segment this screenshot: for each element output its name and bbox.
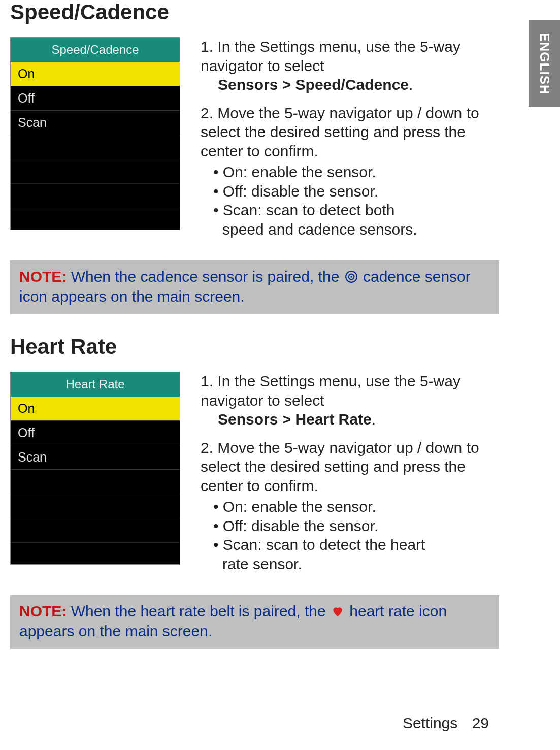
section-speed-cadence: Speed/Cadence On Off Scan 1. In the Sett…: [10, 37, 499, 248]
instructions-speed-cadence: 1. In the Settings menu, use the 5-way n…: [201, 37, 499, 248]
footer-section: Settings: [403, 714, 457, 731]
step-2-text: Move the 5-way navigator up / down to se…: [201, 439, 479, 494]
note-speed-cadence: NOTE: When the cadence sensor is paired,…: [10, 260, 499, 314]
footer-page-number: 29: [472, 714, 489, 731]
menu-item-empty: [11, 494, 180, 518]
section-heart-rate: Heart Rate On Off Scan 1. In the Setting…: [10, 372, 499, 582]
step-1-text: In the Settings menu, use the 5-way navi…: [201, 38, 460, 74]
language-tab-label: ENGLISH: [537, 32, 552, 95]
bullet-scan: Scan: scan to detect the heart rate sens…: [213, 535, 499, 573]
screenshot-heart-rate: Heart Rate On Off Scan: [10, 372, 180, 565]
step-2: 2. Move the 5-way navigator up / down to…: [201, 104, 499, 239]
screenshot-titlebar: Speed/Cadence: [11, 38, 180, 62]
page-footer: Settings 29: [403, 714, 489, 732]
note-label: NOTE:: [19, 603, 67, 619]
menu-item-scan[interactable]: Scan: [11, 445, 180, 470]
step-1-bold: Sensors > Speed/Cadence: [218, 76, 409, 93]
section-heading-heart-rate: Heart Rate: [10, 335, 499, 359]
step-1: 1. In the Settings menu, use the 5-way n…: [201, 37, 499, 94]
step-1-suffix: .: [372, 411, 376, 428]
menu-item-empty: [11, 159, 180, 184]
menu-item-on[interactable]: On: [11, 62, 180, 86]
language-tab: ENGLISH: [529, 20, 560, 107]
screenshot-speed-cadence: Speed/Cadence On Off Scan: [10, 37, 180, 230]
svg-point-2: [350, 276, 352, 277]
menu-item-off[interactable]: Off: [11, 421, 180, 445]
bullet-off: Off: disable the sensor.: [213, 516, 499, 536]
note-text-before: When the cadence sensor is paired, the: [67, 268, 343, 285]
step-1-text: In the Settings menu, use the 5-way navi…: [201, 373, 460, 409]
bullet-scan: Scan: scan to detect both speed and cade…: [213, 201, 499, 239]
step-1: 1. In the Settings menu, use the 5-way n…: [201, 372, 499, 429]
menu-item-on[interactable]: On: [11, 397, 180, 421]
page-content: Speed/Cadence Speed/Cadence On Off Scan …: [10, 0, 499, 714]
step-1-bold: Sensors > Heart Rate: [218, 411, 372, 428]
step-2: 2. Move the 5-way navigator up / down to…: [201, 438, 499, 574]
menu-item-scan[interactable]: Scan: [11, 111, 180, 135]
menu-item-empty: [11, 184, 180, 208]
note-text-before: When the heart rate belt is paired, the: [67, 603, 330, 619]
menu-item-empty: [11, 518, 180, 543]
menu-item-off[interactable]: Off: [11, 86, 180, 111]
note-heart-rate: NOTE: When the heart rate belt is paired…: [10, 595, 499, 649]
note-label: NOTE:: [19, 268, 67, 285]
instructions-heart-rate: 1. In the Settings menu, use the 5-way n…: [201, 372, 499, 582]
section-heading-speed-cadence: Speed/Cadence: [10, 0, 499, 24]
menu-item-empty: [11, 470, 180, 494]
step-2-text: Move the 5-way navigator up / down to se…: [201, 105, 479, 159]
bullet-on: On: enable the sensor.: [213, 162, 499, 182]
cadence-sensor-icon: [345, 270, 358, 283]
menu-item-empty: [11, 543, 180, 567]
screenshot-titlebar: Heart Rate: [11, 372, 180, 397]
menu-item-empty: [11, 208, 180, 233]
step-1-suffix: .: [409, 76, 413, 93]
menu-item-empty: [11, 135, 180, 159]
bullet-off: Off: disable the sensor.: [213, 182, 499, 201]
bullet-on: On: enable the sensor.: [213, 497, 499, 516]
heart-rate-icon: [331, 605, 344, 618]
